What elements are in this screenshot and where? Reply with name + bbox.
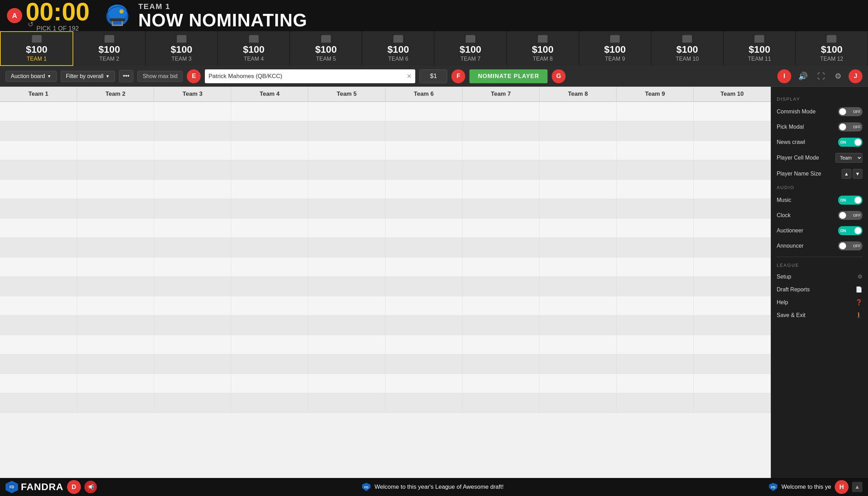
draft-cell[interactable] [617, 354, 694, 374]
draft-cell[interactable] [540, 354, 617, 374]
draft-cell[interactable] [694, 374, 771, 393]
draft-cell[interactable] [694, 238, 771, 257]
draft-cell[interactable] [308, 257, 385, 276]
draft-cell[interactable] [231, 121, 308, 140]
draft-cell[interactable] [154, 121, 231, 140]
draft-cell[interactable] [0, 102, 77, 121]
draft-cell[interactable] [694, 335, 771, 354]
draft-cell[interactable] [77, 374, 154, 393]
draft-cell[interactable] [77, 335, 154, 354]
announcer-toggle[interactable]: OFF [838, 241, 862, 250]
draft-cell[interactable] [154, 160, 231, 179]
draft-cell[interactable] [385, 160, 462, 179]
draft-cell[interactable] [308, 141, 385, 160]
draft-cell[interactable] [462, 257, 540, 276]
draft-cell[interactable] [462, 335, 540, 354]
draft-cell[interactable] [0, 316, 77, 335]
draft-cell[interactable] [77, 393, 154, 412]
draft-cell[interactable] [385, 121, 462, 140]
draft-cell[interactable] [154, 102, 231, 121]
draft-cell[interactable] [154, 257, 231, 276]
draft-cell[interactable] [617, 335, 694, 354]
size-down-button[interactable]: ▼ [853, 169, 862, 179]
budget-card-11[interactable]: $100 TEAM 11 [724, 31, 796, 66]
draft-cell[interactable] [694, 296, 771, 315]
draft-cell[interactable] [77, 199, 154, 218]
draft-cell[interactable] [385, 393, 462, 412]
draft-cell[interactable] [77, 354, 154, 374]
draft-cell[interactable] [231, 374, 308, 393]
draft-cell[interactable] [617, 277, 694, 296]
draft-cell[interactable] [462, 277, 540, 296]
filter-button[interactable]: Filter by overall ▼ [61, 71, 115, 82]
budget-card-6[interactable]: $100 TEAM 6 [362, 31, 434, 66]
draft-cell[interactable] [617, 121, 694, 140]
draft-cell[interactable] [308, 316, 385, 335]
draft-cell[interactable] [77, 277, 154, 296]
draft-cell[interactable] [462, 121, 540, 140]
music-toggle[interactable]: ON [838, 196, 862, 205]
draft-cell[interactable] [231, 199, 308, 218]
draft-cell[interactable] [540, 393, 617, 412]
draft-cell[interactable] [617, 141, 694, 160]
budget-card-12[interactable]: $100 TEAM 12 [796, 31, 868, 66]
draft-cell[interactable] [540, 238, 617, 257]
scroll-up-button[interactable]: ▲ [852, 482, 862, 492]
draft-cell[interactable] [0, 296, 77, 315]
draft-cell[interactable] [617, 393, 694, 412]
draft-cell[interactable] [385, 354, 462, 374]
draft-cell[interactable] [231, 393, 308, 412]
draft-cell[interactable] [694, 160, 771, 179]
draft-cell[interactable] [231, 257, 308, 276]
draft-cell[interactable] [231, 354, 308, 374]
draft-cell[interactable] [154, 180, 231, 199]
draft-cell[interactable] [308, 277, 385, 296]
commish-mode-toggle[interactable]: OFF [838, 107, 862, 116]
draft-cell[interactable] [0, 277, 77, 296]
draft-cell[interactable] [540, 316, 617, 335]
player-cell-mode-select[interactable]: Team Player [835, 153, 862, 163]
draft-cell[interactable] [617, 257, 694, 276]
draft-cell[interactable] [231, 219, 308, 238]
draft-cell[interactable] [154, 277, 231, 296]
draft-cell[interactable] [77, 160, 154, 179]
draft-cell[interactable] [617, 238, 694, 257]
draft-cell[interactable] [462, 180, 540, 199]
draft-cell[interactable] [308, 393, 385, 412]
draft-cell[interactable] [385, 277, 462, 296]
budget-card-10[interactable]: $100 TEAM 10 [651, 31, 724, 66]
draft-cell[interactable] [0, 121, 77, 140]
draft-cell[interactable] [308, 160, 385, 179]
draft-cell[interactable] [385, 199, 462, 218]
draft-cell[interactable] [694, 102, 771, 121]
setup-row[interactable]: Setup ⚙ [777, 273, 862, 280]
clear-search-icon[interactable]: ✕ [407, 72, 412, 80]
save-exit-row[interactable]: Save & Exit 🚶 [777, 312, 862, 318]
draft-cell[interactable] [231, 238, 308, 257]
draft-cell[interactable] [540, 374, 617, 393]
draft-cell[interactable] [385, 316, 462, 335]
bid-input[interactable] [419, 69, 447, 83]
budget-card-2[interactable]: $100 TEAM 2 [73, 31, 145, 66]
draft-cell[interactable] [385, 296, 462, 315]
auctioneer-toggle[interactable]: ON [838, 226, 862, 235]
budget-card-3[interactable]: $100 TEAM 3 [145, 31, 218, 66]
draft-cell[interactable] [308, 296, 385, 315]
draft-cell[interactable] [694, 180, 771, 199]
draft-cell[interactable] [617, 102, 694, 121]
draft-cell[interactable] [231, 160, 308, 179]
draft-cell[interactable] [694, 354, 771, 374]
fullscreen-button[interactable]: ⛶ [815, 70, 828, 82]
draft-cell[interactable] [308, 199, 385, 218]
draft-cell[interactable] [540, 335, 617, 354]
draft-cell[interactable] [0, 335, 77, 354]
draft-cell[interactable] [154, 141, 231, 160]
draft-cell[interactable] [77, 180, 154, 199]
draft-cell[interactable] [617, 219, 694, 238]
draft-cell[interactable] [308, 180, 385, 199]
draft-cell[interactable] [385, 102, 462, 121]
draft-cell[interactable] [0, 354, 77, 374]
draft-cell[interactable] [617, 199, 694, 218]
draft-cell[interactable] [77, 238, 154, 257]
draft-cell[interactable] [77, 141, 154, 160]
